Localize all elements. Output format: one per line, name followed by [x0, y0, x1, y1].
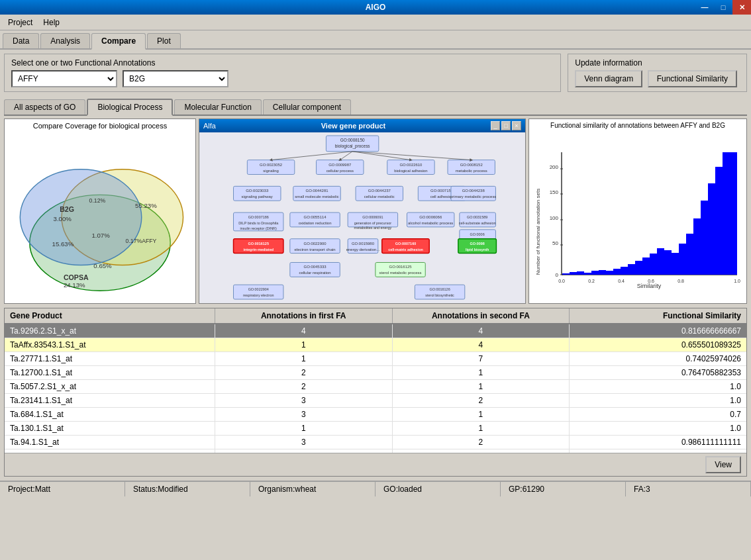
svg-point-2: [20, 169, 141, 265]
tab-analysis[interactable]: Analysis: [40, 33, 90, 48]
svg-text:0.6: 0.6: [648, 279, 654, 283]
status-project: Project:Matt: [0, 482, 125, 496]
svg-text:generation of precursor: generation of precursor: [354, 221, 391, 225]
table-row[interactable]: Ta.9296.2.S1_x_at 4 4 0.816666666667: [5, 324, 746, 338]
td-gene: Ta.5057.2.S1_x_at: [5, 380, 215, 393]
td-fa1: 2: [215, 366, 393, 379]
functional-similarity-button[interactable]: Functional Similarity: [648, 70, 737, 87]
fa-select-1[interactable]: AFFY B2G COPSA: [11, 70, 117, 87]
status-bar: Project:Matt Status:Modified Organism:wh…: [0, 481, 751, 496]
svg-text:3.00%: 3.00%: [54, 215, 72, 222]
svg-text:GO:0016125: GO:0016125: [248, 242, 268, 246]
svg-text:GO:0023033: GO:0023033: [246, 189, 269, 193]
table-row[interactable]: Ta.130.1.S1_at 1 1 1.0: [5, 422, 746, 436]
menu-bar: Project Help: [0, 15, 751, 30]
subtab-cellular-component[interactable]: Cellular component: [263, 99, 351, 115]
svg-rect-114: [562, 273, 570, 275]
fa-selects: AFFY B2G COPSA AFFY B2G COPSA: [11, 70, 554, 87]
svg-rect-123: [628, 264, 635, 275]
gene-minimize-btn[interactable]: _: [491, 121, 500, 130]
tab-data[interactable]: Data: [3, 33, 39, 48]
th-functional-similarity: Functional Similarity: [570, 308, 746, 323]
td-gene: Ta.94.1.S1_at: [5, 436, 215, 449]
svg-rect-135: [715, 167, 723, 275]
status-gp: GP:61290: [501, 482, 626, 496]
gene-product-panel: Alfa View gene product _ □ ×: [199, 118, 526, 304]
minimize-button[interactable]: —: [695, 0, 714, 15]
app-title: AIGO: [366, 3, 386, 12]
svg-text:primary metabolic process: primary metabolic process: [450, 195, 496, 199]
svg-text:signaling: signaling: [263, 169, 278, 173]
table-row[interactable]: Ta.27771.1.S1_at 1 7 0.74025974026: [5, 352, 746, 366]
svg-text:GO:0044238: GO:0044238: [462, 189, 485, 193]
status-status: Status:Modified: [125, 482, 250, 496]
menu-help[interactable]: Help: [38, 17, 65, 28]
table-row[interactable]: Ta.684.1.S1_at 3 1 0.7: [5, 408, 746, 422]
td-fa1: 1: [215, 422, 393, 435]
svg-rect-116: [577, 271, 584, 275]
svg-rect-118: [591, 271, 599, 275]
top-section: Select one or two Functional Annotations…: [4, 54, 747, 92]
svg-text:1.0: 1.0: [734, 279, 740, 283]
gene-maximize-btn[interactable]: □: [501, 121, 511, 130]
svg-text:sterol metabolic process: sterol metabolic process: [379, 271, 422, 275]
subtab-biological-process[interactable]: Biological Process: [87, 99, 173, 116]
td-gene: Ta.3381.1.S1_at: [5, 449, 215, 453]
td-fa1: 3: [215, 408, 393, 421]
svg-text:cellular process: cellular process: [326, 169, 354, 173]
td-gene: Ta.12700.1.S1_at: [5, 366, 215, 379]
tab-compare[interactable]: Compare: [91, 33, 146, 50]
svg-text:integrin-mediated: integrin-mediated: [243, 248, 274, 252]
venn-panel: Compare Coverage for biological process …: [4, 118, 196, 304]
th-annotations-fa2: Annotations in second FA: [393, 308, 570, 323]
td-gene: Ta.27771.1.S1_at: [5, 352, 215, 365]
table-row[interactable]: Ta.5057.2.S1_x_at 2 1 1.0: [5, 380, 746, 394]
menu-project[interactable]: Project: [3, 17, 38, 28]
svg-rect-130: [679, 244, 686, 275]
fa-select-2[interactable]: AFFY B2G COPSA: [123, 70, 228, 87]
venn-diagram-button[interactable]: Venn diagram: [575, 70, 642, 87]
table-row[interactable]: Ta.23141.1.S1_at 3 2 1.0: [5, 394, 746, 408]
svg-text:small molecule metabolic: small molecule metabolic: [295, 195, 338, 199]
svg-text:lipid biosynth: lipid biosynth: [466, 248, 489, 252]
table-row[interactable]: Ta.94.1.S1_at 3 2 0.986111111111: [5, 436, 746, 449]
svg-text:GO:0008150: GO:0008150: [340, 138, 365, 142]
maximize-button[interactable]: □: [714, 0, 732, 15]
svg-text:cellular respiration: cellular respiration: [299, 271, 330, 275]
svg-rect-124: [635, 261, 642, 275]
svg-line-92: [352, 152, 411, 160]
table-row[interactable]: TaAffx.83543.1.S1_at 1 4 0.655501089325: [5, 338, 746, 352]
svg-text:GO:0006: GO:0006: [470, 232, 485, 236]
svg-text:GO:0023052: GO:0023052: [260, 163, 282, 167]
close-button[interactable]: ✕: [732, 0, 751, 15]
svg-text:0.12%: 0.12%: [89, 197, 106, 204]
histogram-chart: Number of functional annotation sets Sim…: [532, 132, 744, 311]
th-annotations-fa1: Annotations in first FA: [215, 308, 393, 323]
view-button[interactable]: View: [705, 456, 741, 473]
table-body[interactable]: Ta.9296.2.S1_x_at 4 4 0.816666666667 TaA…: [5, 324, 746, 453]
td-sim: 1.0: [570, 449, 746, 453]
svg-text:metabolites and energy: metabolites and energy: [354, 226, 392, 230]
svg-rect-119: [599, 270, 606, 275]
subtab-all-aspects[interactable]: All aspects of GO: [4, 99, 85, 115]
svg-text:GO:0031589: GO:0031589: [467, 215, 487, 219]
svg-rect-127: [657, 248, 664, 275]
svg-rect-132: [693, 218, 701, 275]
table-row[interactable]: Ta.3381.1.S1_at 1 1 1.0: [5, 449, 746, 453]
svg-text:GO:0022904: GO:0022904: [248, 287, 269, 291]
td-sim: 1.0: [570, 380, 746, 393]
svg-text:GO:0044237: GO:0044237: [368, 189, 391, 193]
svg-text:GO:0009987: GO:0009987: [328, 163, 351, 167]
table-row[interactable]: Ta.12700.1.S1_at 2 1 0.764705882353: [5, 366, 746, 380]
gene-graph-area: GO:0008150 biological_process GO:0023052…: [199, 132, 525, 303]
tab-plot[interactable]: Plot: [147, 33, 181, 48]
svg-rect-122: [621, 267, 628, 275]
svg-text:oxidation reduction: oxidation reduction: [299, 221, 332, 225]
td-gene: Ta.9296.2.S1_x_at: [5, 324, 215, 338]
svg-text:cell-matrix adhesion: cell-matrix adhesion: [388, 248, 423, 252]
svg-text:GO:0022900: GO:0022900: [304, 242, 327, 246]
svg-text:GO:0045333: GO:0045333: [304, 265, 327, 269]
subtab-molecular-function[interactable]: Molecular Function: [174, 99, 261, 115]
svg-text:energy derivation...: energy derivation...: [346, 248, 380, 252]
gene-close-btn[interactable]: ×: [512, 121, 521, 130]
